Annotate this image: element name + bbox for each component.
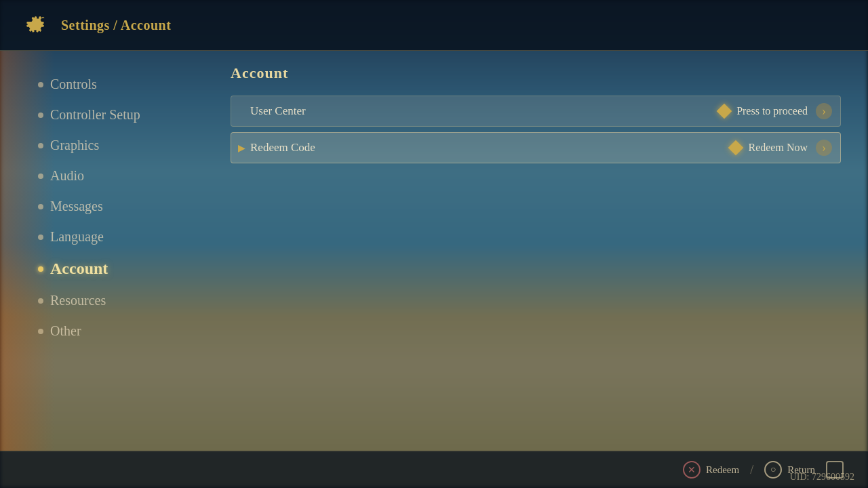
sidebar-item-account[interactable]: Account (34, 254, 190, 283)
sidebar-item-other[interactable]: Other (34, 318, 190, 344)
bullet-messages (38, 204, 43, 209)
sidebar-item-controller-setup[interactable]: Controller Setup (34, 102, 190, 128)
sidebar-item-resources[interactable]: Resources (34, 287, 190, 314)
sidebar-item-controls[interactable]: Controls (34, 71, 190, 98)
sidebar-label-other: Other (50, 323, 81, 339)
redeem-code-chevron-icon: › (816, 140, 832, 156)
sidebar-item-language[interactable]: Language (34, 224, 190, 250)
sidebar-label-controls: Controls (50, 77, 97, 92)
sidebar-label-messages: Messages (50, 199, 103, 214)
gear-icon (20, 10, 50, 40)
bullet-language (38, 235, 43, 240)
bullet-controls (38, 82, 43, 87)
user-center-value: Press to proceed (736, 105, 808, 117)
top-bar: Settings / Account (0, 0, 868, 51)
controls-separator: / (750, 463, 753, 477)
bullet-account (38, 266, 43, 272)
sidebar-label-graphics: Graphics (50, 138, 99, 153)
main-layout: Controls Controller Setup Graphics Audio… (0, 51, 868, 488)
user-center-chevron-icon: › (816, 103, 832, 119)
bottom-bar: ✕ Redeem / ○ Return (0, 451, 868, 488)
sidebar-item-graphics[interactable]: Graphics (34, 132, 190, 159)
sidebar-label-language: Language (50, 229, 104, 245)
sidebar-label-controller-setup: Controller Setup (50, 107, 140, 123)
user-center-label: User Center (231, 104, 719, 118)
bullet-graphics (38, 143, 43, 148)
sidebar: Controls Controller Setup Graphics Audio… (0, 51, 203, 488)
sidebar-label-resources: Resources (50, 293, 106, 308)
o-button-icon: ○ (764, 461, 782, 479)
bullet-resources (38, 298, 43, 304)
gear-svg (22, 12, 48, 38)
redeem-code-diamond (728, 140, 744, 156)
section-title: Account (231, 64, 841, 82)
content-area: Account User Center Press to proceed › ▶… (203, 51, 868, 488)
sidebar-label-account: Account (50, 260, 108, 278)
x-button-icon: ✕ (683, 461, 701, 479)
redeem-button[interactable]: ✕ Redeem (683, 461, 739, 479)
sidebar-item-messages[interactable]: Messages (34, 193, 190, 220)
bullet-controller-setup (38, 113, 43, 118)
bullet-other (38, 329, 43, 334)
bullet-audio (38, 174, 43, 179)
sidebar-item-audio[interactable]: Audio (34, 163, 190, 189)
user-center-row[interactable]: User Center Press to proceed › (231, 96, 841, 127)
redeem-control-label: Redeem (706, 464, 739, 476)
user-center-diamond (717, 104, 732, 119)
sidebar-label-audio: Audio (50, 168, 84, 184)
redeem-code-value: Redeem Now (748, 142, 808, 154)
redeem-code-row[interactable]: ▶ Redeem Code Redeem Now › (231, 132, 841, 163)
redeem-code-label: Redeem Code (231, 141, 730, 155)
breadcrumb: Settings / Account (61, 18, 171, 33)
uid-display: UID: 729600592 (790, 472, 854, 483)
redeem-code-arrow-icon: ▶ (238, 142, 245, 154)
